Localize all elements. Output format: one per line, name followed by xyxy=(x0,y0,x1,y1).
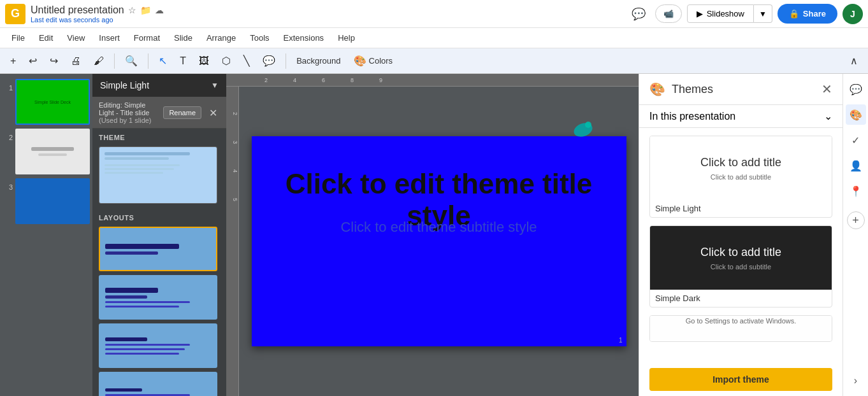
toolbar-collapse-button[interactable]: ∧ xyxy=(845,52,863,69)
toolbar-image-button[interactable]: 🖼 xyxy=(194,53,214,69)
app-logo: G xyxy=(5,4,25,24)
ruler-top: 2 4 6 8 9 xyxy=(226,74,639,87)
menu-edit[interactable]: Edit xyxy=(33,31,59,45)
meet-button[interactable]: 📹 xyxy=(655,4,682,23)
background-button[interactable]: Background xyxy=(291,53,345,68)
theme-card-simple-dark[interactable]: Click to add title Click to add subtitle… xyxy=(649,225,832,308)
cloud-icon[interactable]: ☁ xyxy=(155,5,164,15)
colors-icon: 🎨 xyxy=(354,55,366,67)
toolbar-undo-button[interactable]: ↩ xyxy=(24,52,42,69)
toolbar-divider-3 xyxy=(286,53,286,69)
toolbar-redo-button[interactable]: ↪ xyxy=(45,52,63,69)
user-avatar[interactable]: J xyxy=(843,4,863,24)
menu-format[interactable]: Format xyxy=(127,31,166,45)
slide-canvas[interactable]: Click to edit theme title style Click to… xyxy=(252,136,626,346)
toolbar-cursor-button[interactable]: ↖ xyxy=(154,52,172,69)
top-right-actions: 💬 📹 ▶ Slideshow ▼ 🔒 Share J xyxy=(627,3,863,25)
theme-card-light-subtitle: Click to add subtitle xyxy=(711,173,771,181)
themes-sidebar-close-button[interactable]: ✕ xyxy=(821,81,832,97)
theme-editor-close-button[interactable]: ✕ xyxy=(206,107,220,119)
slide-thumb-1[interactable]: Simple Slide Deck xyxy=(15,79,90,125)
toolbar-line-button[interactable]: ╲ xyxy=(238,52,255,69)
theme-preview-simple-dark: Click to add title Click to add subtitle xyxy=(650,226,832,290)
menu-slide[interactable]: Slide xyxy=(168,31,199,45)
colors-button[interactable]: 🎨 Colors xyxy=(349,52,398,69)
slideshow-dropdown-button[interactable]: ▼ xyxy=(754,4,772,23)
slide-number-2: 2 xyxy=(3,134,13,141)
layouts-section: LAYOUTS xyxy=(92,209,226,396)
mini-sidebar-add-button[interactable]: + xyxy=(847,211,865,229)
slideshow-label: Slideshow xyxy=(707,9,744,18)
theme-card-dark-subtitle: Click to add subtitle xyxy=(711,263,771,271)
slideshow-button[interactable]: ▶ Slideshow xyxy=(687,4,754,23)
toolbar-comment-button[interactable]: 💬 xyxy=(257,52,280,69)
rename-button[interactable]: Rename xyxy=(163,106,201,119)
theme-editor-header: Simple Light ▼ xyxy=(92,74,226,97)
toolbar: + ↩ ↪ 🖨 🖌 🔍 ↖ T 🖼 ⬡ ╲ 💬 Background 🎨 Col… xyxy=(0,48,868,74)
mini-sidebar-tasks-button[interactable]: ✓ xyxy=(846,130,866,150)
share-button[interactable]: 🔒 Share xyxy=(778,4,837,24)
toolbar-paint-format-button[interactable]: 🖌 xyxy=(89,53,109,69)
toolbar-text-button[interactable]: T xyxy=(175,53,191,69)
menu-tools[interactable]: Tools xyxy=(243,31,275,45)
themes-dropdown-chevron-icon[interactable]: ⌄ xyxy=(824,110,832,122)
mini-sidebar-themes-button[interactable]: 🎨 xyxy=(846,104,866,125)
editing-bar: Editing: Simple Light - Title slide (Use… xyxy=(92,97,226,129)
slide-subtitle-text[interactable]: Click to edit theme subtitle style xyxy=(252,219,626,236)
theme-card-dark-label: Simple Dark xyxy=(650,290,832,307)
activate-overlay: Activate Windows Go to Settings to activ… xyxy=(650,315,832,341)
theme-preview-simple-light: Click to add title Click to add subtitle xyxy=(650,136,832,200)
mini-sidebar-chat-button[interactable]: 💬 xyxy=(846,79,866,99)
import-theme-button[interactable]: Import theme xyxy=(649,368,832,391)
last-edit: Last edit was seconds ago xyxy=(31,16,622,24)
menu-help[interactable]: Help xyxy=(331,31,361,45)
themes-sidebar-title: Themes xyxy=(672,83,815,96)
toolbar-zoom-out-button[interactable]: 🔍 xyxy=(120,52,143,69)
menu-view[interactable]: View xyxy=(61,31,91,45)
theme-card-light-title: Click to add title xyxy=(700,156,781,169)
theme-editor-dropdown-icon[interactable]: ▼ xyxy=(211,81,219,90)
title-area: Untitled presentation ☆ 📁 ☁ Last edit wa… xyxy=(31,4,622,24)
layout-item-2[interactable] xyxy=(99,275,217,320)
slide-thumb-3[interactable] xyxy=(15,178,90,224)
toolbar-shapes-button[interactable]: ⬡ xyxy=(217,52,236,69)
editing-label: Editing: Simple Light - Title slide (Use… xyxy=(99,101,158,124)
doc-title[interactable]: Untitled presentation xyxy=(31,4,124,16)
layout-item-3[interactable] xyxy=(99,323,217,368)
mini-sidebar-maps-button[interactable]: 📍 xyxy=(846,181,866,201)
toolbar-divider-1 xyxy=(114,53,115,69)
themes-dropdown-bar[interactable]: In this presentation ⌄ xyxy=(639,105,843,128)
theme-editor-panel: Simple Light ▼ Editing: Simple Light - T… xyxy=(92,74,226,396)
folder-icon[interactable]: 📁 xyxy=(140,5,151,15)
mini-sidebar-expand-button[interactable]: › xyxy=(846,371,866,391)
slide-number-1: 1 xyxy=(3,84,13,92)
menu-extensions[interactable]: Extensions xyxy=(277,31,331,45)
menu-file[interactable]: File xyxy=(5,31,31,45)
toolbar-add-button[interactable]: + xyxy=(5,53,21,69)
slide-number-3: 3 xyxy=(3,183,13,191)
theme-card-simple-light[interactable]: Click to add title Click to add subtitle… xyxy=(649,136,832,218)
theme-card-light-label: Simple Light xyxy=(650,200,832,217)
slides-panel: 1 Simple Slide Deck 2 3 xyxy=(0,74,92,396)
main-area: 1 Simple Slide Deck 2 3 xyxy=(0,74,868,396)
slide-thumb-container-3: 3 xyxy=(3,178,90,224)
layout-item-4[interactable] xyxy=(99,372,217,396)
layouts-list xyxy=(99,227,220,396)
theme-editor-title: Simple Light xyxy=(100,80,149,90)
toolbar-print-button[interactable]: 🖨 xyxy=(66,53,86,69)
theme-section: THEME xyxy=(92,129,226,209)
themes-palette-icon: 🎨 xyxy=(649,81,665,97)
themes-list: Click to add title Click to add subtitle… xyxy=(639,128,843,363)
menu-arrange[interactable]: Arrange xyxy=(200,31,242,45)
comment-button[interactable]: 💬 xyxy=(627,3,650,25)
top-bar: G Untitled presentation ☆ 📁 ☁ Last edit … xyxy=(0,0,868,28)
menu-bar: File Edit View Insert Format Slide Arran… xyxy=(0,28,868,48)
theme-preview-large[interactable] xyxy=(99,146,217,204)
slide-thumb-container-2: 2 xyxy=(3,129,90,174)
slide-thumb-2[interactable] xyxy=(15,129,90,174)
star-icon[interactable]: ☆ xyxy=(128,5,136,15)
layout-item-1[interactable] xyxy=(99,227,217,271)
menu-insert[interactable]: Insert xyxy=(92,31,126,45)
canvas-area: 2 4 6 8 9 2 3 4 5 Click to edit theme ti… xyxy=(226,74,639,396)
mini-sidebar-contacts-button[interactable]: 👤 xyxy=(846,155,866,176)
